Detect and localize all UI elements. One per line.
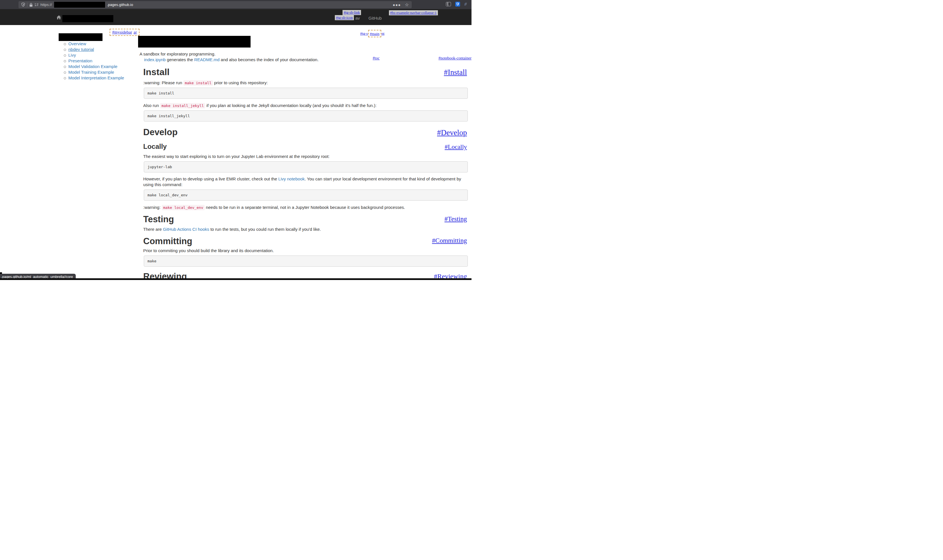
code-block-make-local-dev-env: make local_dev_env <box>144 189 468 201</box>
testing-text: There are GitHub Actions CI hooks to run… <box>143 226 321 232</box>
readme-md-link[interactable]: README.md <box>194 57 220 62</box>
warning-post: prior to using this repository: <box>213 80 268 85</box>
warning2-post: needs to be run in a separate terminal, … <box>205 205 405 210</box>
home-icon[interactable] <box>56 15 61 20</box>
heading-committing: Committing <box>143 236 192 246</box>
code-block-jupyter-lab: jupyter-lab <box>144 162 468 172</box>
emr-pre: However, if you plan to develop using a … <box>143 177 278 181</box>
heading-install: Install <box>143 67 169 77</box>
warning2-pre: :warning: <box>143 205 162 210</box>
annotation-bs-example-navbar-collapse[interactable]: #bs-example-navbar-collapse-1 <box>389 10 438 15</box>
annotation-install-anchor[interactable]: #Install <box>444 68 467 77</box>
inline-code-make-install: make install <box>183 80 213 86</box>
code-block-make-install: make install <box>144 88 468 99</box>
inline-code-make-local-dev-env: make local_dev_env <box>162 205 205 210</box>
url-bar[interactable]: https:// .pages.github.io ●●● ☆ <box>18 1 412 8</box>
index-note-tail: and also becomes the index of your docum… <box>220 57 319 62</box>
code-block-make-install-jekyll: make install_jekyll <box>144 111 468 122</box>
sidebar-item-model-training[interactable]: Model Training Example <box>68 69 124 75</box>
nav-item-github[interactable]: GitHub <box>368 15 382 20</box>
sidebar-link[interactable]: Presentation <box>68 58 92 63</box>
heading-testing: Testing <box>143 214 174 225</box>
local-dev-warning-text: :warning: make local_dev_env needs to be… <box>143 205 405 211</box>
sidebar-link[interactable]: Livy <box>68 53 76 57</box>
nav-item-partial-label[interactable]: av <box>355 15 360 20</box>
annotation-develop-anchor[interactable]: #Develop <box>437 128 467 137</box>
annotation-notebook-container[interactable]: #notebook-container <box>439 56 471 61</box>
sidebar-link[interactable]: Model Validation Example <box>68 64 117 69</box>
code-block-make: make <box>144 255 468 267</box>
annotation-tg-sb-icon[interactable]: #tg-sb-icon <box>335 15 354 20</box>
index-note-mid: generates the <box>166 57 194 62</box>
sidebar-item-overview[interactable]: Overview <box>68 41 124 47</box>
bottom-edge-strip <box>0 278 471 280</box>
permissions-icon[interactable] <box>35 3 39 6</box>
sidebar-item-model-interpretation[interactable]: Model Interpretation Example <box>68 75 124 81</box>
testing-pre: There are <box>143 227 163 232</box>
annotation-tg-sb-link[interactable]: #tg-sb-link <box>342 10 361 15</box>
annotation-mysidebar-partial[interactable]: ar <box>134 30 137 35</box>
sidebar-item-model-validation[interactable]: Model Validation Example <box>68 64 124 69</box>
sidebar-toggle-icon[interactable] <box>446 2 451 6</box>
committing-text: Prior to commiting you should build the … <box>143 248 274 254</box>
redaction-box-page-title <box>138 36 251 48</box>
locally-intro-text: The easiest way to start exploring is to… <box>143 154 330 159</box>
bitwarden-extension-icon[interactable] <box>455 2 460 6</box>
annotation-committing-anchor[interactable]: #Committing <box>432 237 467 245</box>
sidebar-item-nbdev-tutorial[interactable]: nbdev tutorial <box>68 47 124 52</box>
sidebar-item-livy[interactable]: Livy <box>68 52 124 58</box>
annotation-toc[interactable]: #toc <box>373 56 379 61</box>
redaction-box-sidebar-title <box>59 33 103 41</box>
redaction-box-site-title <box>62 15 113 22</box>
intro-text: A sandbox for exploratory programming. <box>140 51 216 57</box>
url-domain: .pages.github.io <box>107 3 133 7</box>
annotation-mysidebar-box: #mysidebar ar <box>109 29 140 36</box>
install-also-text: Also run make install_jekyll if you plan… <box>143 103 376 109</box>
annotation-testing-anchor[interactable]: #Testing <box>444 215 467 223</box>
locally-emr-text: However, if you plan to develop using a … <box>143 176 468 188</box>
annotation-locally-anchor[interactable]: #Locally <box>445 143 467 151</box>
annotation-mysidebar[interactable]: #mysidebar <box>112 30 132 35</box>
testing-post: to run the tests, but you could run them… <box>209 227 321 232</box>
tracking-protection-shield-icon[interactable] <box>22 3 25 7</box>
redaction-box-url <box>54 2 105 8</box>
warning-pre: :warning: Please run <box>143 80 183 85</box>
annotation-main-group: #tg-s #main nt <box>360 30 384 37</box>
page-actions-more-icon[interactable]: ●●● <box>393 3 401 7</box>
livy-notebook-link[interactable]: Livy notebook <box>278 177 305 181</box>
url-scheme: https:// <box>40 3 52 7</box>
index-note-text: index.ipynb generates the README.md and … <box>144 57 319 63</box>
also-post: if you plan at looking at the Jekyll doc… <box>205 103 377 108</box>
sidebar-link[interactable]: Model Training Example <box>68 70 114 75</box>
sidebar-link[interactable]: Model Interpretation Example <box>68 75 124 80</box>
sidebar-nav: Overview nbdev tutorial Livy Presentatio… <box>68 41 124 81</box>
annotation-main[interactable]: #main <box>370 32 379 36</box>
sidebar-link[interactable]: nbdev tutorial <box>68 47 94 52</box>
annotation-main-partial[interactable]: nt <box>382 31 385 36</box>
sidebar-item-presentation[interactable]: Presentation <box>68 58 124 64</box>
heading-locally: Locally <box>143 143 167 151</box>
hash-extension-icon[interactable]: # <box>464 2 467 6</box>
browser-window: https:// .pages.github.io ●●● ☆ # av Git… <box>0 0 471 280</box>
annotation-tg-s[interactable]: #tg-s <box>360 31 368 36</box>
browser-toolbar: https:// .pages.github.io ●●● ☆ # <box>0 0 471 9</box>
sidebar-link[interactable]: Overview <box>68 41 86 46</box>
github-actions-ci-hooks-link[interactable]: GitHub Actions CI hooks <box>163 227 209 232</box>
index-ipynb-link[interactable]: index.ipynb <box>144 57 166 62</box>
lock-icon[interactable] <box>29 3 33 7</box>
inline-code-make-install-jekyll: make install_jekyll <box>160 103 205 108</box>
bookmark-star-icon[interactable]: ☆ <box>405 3 409 7</box>
also-pre: Also run <box>143 103 160 108</box>
heading-develop: Develop <box>143 127 178 137</box>
annotation-main-box: #main <box>368 30 381 37</box>
install-warning-text: :warning: Please run make install prior … <box>143 80 268 86</box>
